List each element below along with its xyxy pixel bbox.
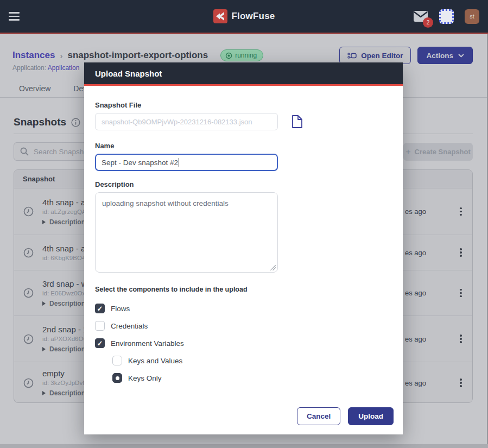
menu-icon[interactable] [9, 7, 27, 26]
open-editor-button[interactable]: Open Editor [339, 47, 411, 64]
checkbox-icon[interactable] [95, 338, 105, 348]
breadcrumb-separator: › [60, 51, 62, 60]
editor-icon [347, 52, 357, 60]
plus-icon: + [405, 147, 410, 157]
radio-icon[interactable] [112, 373, 122, 383]
description-toggle[interactable]: Description [42, 300, 89, 307]
snapshot-id: id: aLZgrzegQA [42, 209, 86, 215]
description-label: Description [49, 300, 85, 307]
brand-name: FlowFuse [232, 11, 275, 22]
components-label: Select the components to include in the … [95, 286, 392, 293]
search-icon [20, 147, 29, 156]
clock-icon [23, 334, 34, 344]
notification-badge: 2 [423, 17, 433, 28]
clock-icon [23, 288, 34, 298]
checkbox-icon[interactable] [95, 321, 105, 331]
time-ago: es ago [405, 207, 426, 216]
clock-icon [23, 378, 34, 388]
application-link[interactable]: Application [48, 64, 80, 72]
actions-label: Actions [426, 52, 453, 60]
upload-snapshot-modal: Upload Snapshot Snapshot File snapshot-Q… [84, 62, 403, 434]
modal-title: Upload Snapshot [95, 69, 162, 78]
flowfuse-logo-icon [213, 9, 227, 23]
breadcrumb: Instances › snapshot-import-export-optio… [12, 47, 263, 64]
actions-button[interactable]: Actions [417, 47, 473, 64]
name-input[interactable]: Sept - Dev snapshot #2 [95, 154, 278, 171]
description-label: Description [95, 180, 392, 188]
snapshot-id: id: 3kzOyJpDvM [42, 380, 88, 386]
upload-button[interactable]: Upload [348, 407, 394, 425]
snapshot-file-label: Snapshot File [95, 101, 392, 109]
name-label: Name [95, 142, 392, 150]
snapshots-heading: Snapshots [14, 116, 66, 128]
navbar-accent-divider [0, 33, 488, 34]
description-toggle[interactable]: Description [42, 218, 86, 226]
file-icon [291, 115, 303, 129]
description-value: uploading snapshot without credentials [102, 199, 229, 207]
triangle-icon [42, 220, 46, 224]
description-toggle[interactable]: Description [42, 389, 88, 397]
kebab-menu-button[interactable] [454, 331, 468, 347]
avatar[interactable]: st [465, 9, 479, 24]
option-credentials[interactable]: Credentials [95, 317, 392, 335]
description-label: Description [49, 345, 85, 353]
snapshot-title: empty [42, 369, 88, 378]
mail-icon[interactable]: 2 [413, 10, 428, 22]
running-icon [225, 52, 232, 59]
snapshot-title: 4th snap - a [42, 244, 89, 253]
chevron-down-icon [458, 54, 464, 58]
radio-icon[interactable] [112, 356, 122, 365]
kebab-menu-button[interactable] [454, 285, 468, 301]
page-title: snapshot-import-export-options [67, 50, 208, 61]
info-icon[interactable] [71, 118, 80, 127]
component-options: Flows Credentials Environment Variables … [95, 300, 392, 387]
create-snapshot-label: Create Snapshot [415, 148, 471, 156]
snapshot-id: id: 6KbgK9BO4a [42, 255, 89, 261]
name-value: Sept - Dev snapshot #2 [102, 159, 178, 167]
team-icon[interactable] [439, 9, 454, 24]
status-label: running [235, 52, 257, 59]
option-keys-only[interactable]: Keys Only [112, 369, 392, 387]
checkbox-icon[interactable] [95, 304, 105, 313]
kebab-menu-button[interactable] [454, 375, 468, 391]
window-bottom-edge [0, 444, 488, 448]
option-keys-and-values[interactable]: Keys and Values [112, 352, 392, 369]
open-editor-label: Open Editor [361, 52, 403, 60]
clock-icon [23, 206, 34, 217]
description-textarea[interactable]: uploading snapshot without credentials [95, 192, 278, 273]
triangle-icon [42, 391, 46, 395]
cancel-button[interactable]: Cancel [297, 407, 340, 425]
snapshot-file-placeholder: snapshot-Qb9OMPjvWp-20231216-082133.json [102, 118, 252, 126]
triangle-icon [42, 347, 46, 351]
kebab-menu-button[interactable] [454, 204, 468, 220]
brand-logo[interactable]: FlowFuse [213, 9, 275, 23]
create-snapshot-button[interactable]: + Create Snapshot [403, 143, 473, 161]
snapshot-file-input: snapshot-Qb9OMPjvWp-20231216-082133.json [95, 113, 278, 130]
description-label: Description [49, 218, 85, 226]
modal-header: Upload Snapshot [84, 62, 403, 86]
time-ago: es ago [405, 289, 426, 297]
clock-icon [23, 248, 34, 258]
time-ago: es ago [405, 335, 426, 343]
snapshot-title: 4th snap - a [42, 198, 86, 207]
application-label: Application: [12, 64, 46, 72]
application-line: Application: Application [12, 64, 79, 72]
text-caret [179, 158, 179, 167]
navbar: FlowFuse 2 st [0, 0, 488, 33]
time-ago: es ago [405, 379, 426, 387]
snapshot-id: id: E06Dwz0Oxp [42, 290, 89, 296]
breadcrumb-link-instances[interactable]: Instances [12, 50, 55, 61]
file-browse-button[interactable] [291, 115, 303, 129]
snapshot-title: 3rd snap - w [42, 279, 89, 288]
tab-overview[interactable]: Overview [19, 84, 50, 93]
column-header-snapshot: Snapshot [14, 175, 55, 183]
time-ago: es ago [405, 249, 426, 257]
description-label: Description [49, 389, 85, 397]
triangle-icon [42, 301, 46, 306]
status-badge: running [220, 49, 263, 61]
resize-handle-icon[interactable] [270, 265, 276, 270]
option-environment-variables[interactable]: Environment Variables [95, 335, 392, 352]
kebab-menu-button[interactable] [454, 244, 468, 261]
option-flows[interactable]: Flows [95, 300, 392, 317]
